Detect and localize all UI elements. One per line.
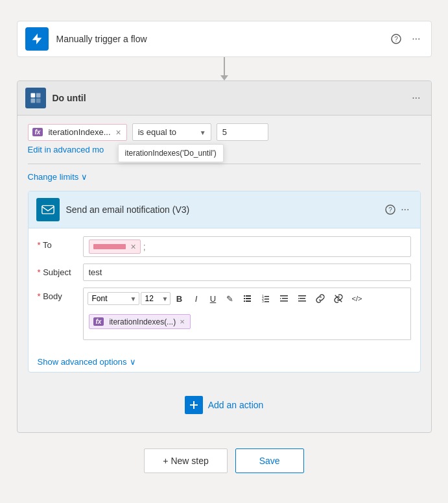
add-action-label: Add an action <box>208 400 264 410</box>
email-more-button[interactable]: ··· <box>398 201 412 218</box>
show-advanced-chevron-icon: ∨ <box>130 357 136 367</box>
condition-left-label: iterationIndexe... <box>48 127 110 137</box>
show-advanced-label: Show advanced options <box>38 357 127 367</box>
svg-rect-9 <box>244 295 245 297</box>
code-button[interactable]: </> <box>348 291 366 306</box>
change-limits-link[interactable]: Change limits ∨ <box>18 171 431 183</box>
change-limits-chevron-icon: ∨ <box>81 172 88 182</box>
to-field[interactable]: × ; <box>83 236 411 257</box>
svg-rect-26 <box>298 301 306 302</box>
size-select-wrapper: 12 8 10 14 18 24 ▼ <box>141 292 171 305</box>
svg-rect-22 <box>282 298 288 299</box>
body-editor-wrapper: Font ▼ 12 8 10 14 18 <box>83 288 411 340</box>
bullet-list-button[interactable] <box>239 291 256 306</box>
svg-rect-3 <box>36 93 40 98</box>
condition-chip[interactable]: fx iterationIndexe... × <box>28 124 127 141</box>
font-select-wrapper: Font ▼ <box>88 292 139 305</box>
svg-rect-12 <box>246 298 251 299</box>
edit-advanced-link[interactable]: Edit in advanced mo <box>18 143 431 157</box>
trigger-icon <box>25 27 49 51</box>
font-select[interactable]: Font <box>88 292 139 305</box>
trigger-actions: ? ··· <box>388 31 423 47</box>
do-until-icon <box>25 88 46 108</box>
email-action-header: Send an email notification (V3) ? ··· <box>29 191 420 228</box>
num-list-button[interactable]: 1. 2. 3. <box>257 291 274 306</box>
trigger-more-button[interactable]: ··· <box>409 31 423 47</box>
email-icon <box>36 198 60 221</box>
email-action-block: Send an email notification (V3) ? ··· * … <box>28 191 421 373</box>
font-size-select[interactable]: 12 8 10 14 18 24 <box>141 292 171 305</box>
email-form-body: * To × ; * Su <box>29 228 420 354</box>
svg-rect-6 <box>41 206 53 214</box>
do-until-more-button[interactable]: ··· <box>409 90 423 106</box>
svg-text:?: ? <box>388 206 392 214</box>
svg-rect-5 <box>36 99 40 103</box>
new-step-button[interactable]: + New step <box>144 448 227 473</box>
subject-input[interactable] <box>83 264 411 281</box>
body-chip: fx iterationIndexes(...) × <box>89 314 191 329</box>
more-dots-icon: ··· <box>412 33 420 45</box>
svg-rect-4 <box>30 99 35 103</box>
svg-rect-21 <box>280 295 288 297</box>
indent-more-button[interactable] <box>294 291 311 306</box>
save-button[interactable]: Save <box>235 448 304 473</box>
canvas: Manually trigger a flow ? ··· <box>0 10 448 503</box>
body-toolbar: Font ▼ 12 8 10 14 18 <box>83 288 411 309</box>
add-action-icon <box>185 396 203 414</box>
email-tag-bar <box>93 244 126 249</box>
to-field-row: * To × ; <box>38 236 411 257</box>
pencil-button[interactable]: ✎ <box>222 291 238 306</box>
email-tag-close[interactable]: × <box>131 241 136 252</box>
to-input-wrapper[interactable]: × ; <box>83 236 411 257</box>
add-action-row: Add an action <box>18 380 431 424</box>
link-button[interactable] <box>312 291 329 306</box>
arrow-head <box>220 75 228 80</box>
condition-chip-close[interactable]: × <box>116 127 121 138</box>
arrow-line <box>224 57 225 75</box>
do-until-title: Do until <box>53 93 410 103</box>
unlink-button[interactable] <box>330 291 347 306</box>
operator-select[interactable]: is equal to is not equal to is greater t… <box>132 123 211 141</box>
condition-value-input[interactable] <box>217 123 268 141</box>
svg-rect-13 <box>244 301 245 302</box>
svg-rect-23 <box>280 301 288 302</box>
do-until-more-icon: ··· <box>412 92 420 104</box>
italic-button[interactable]: I <box>189 291 204 306</box>
svg-rect-14 <box>246 301 251 302</box>
svg-rect-2 <box>30 93 35 98</box>
to-separator: ; <box>143 241 146 252</box>
svg-rect-24 <box>298 295 306 297</box>
svg-rect-20 <box>265 301 269 302</box>
bold-button[interactable]: B <box>172 291 187 306</box>
show-advanced-link[interactable]: Show advanced options ∨ <box>29 354 420 372</box>
bottom-bar: + New step Save <box>144 448 303 473</box>
autocomplete-tooltip: iterationIndexes('Do_until') <box>118 144 224 162</box>
to-label: * To <box>38 236 83 250</box>
add-action-button[interactable]: Add an action <box>174 391 274 419</box>
body-field-row: * Body Font ▼ 12 <box>38 288 411 340</box>
subject-label: * Subject <box>38 264 83 277</box>
svg-text:?: ? <box>394 36 398 43</box>
email-action-title: Send an email notification (V3) <box>66 204 383 215</box>
body-chip-fx-icon: fx <box>93 317 104 326</box>
svg-rect-11 <box>244 298 245 299</box>
body-chip-label: iterationIndexes(...) <box>109 317 176 326</box>
email-help-button[interactable]: ? <box>383 202 398 217</box>
underline-button[interactable]: U <box>206 291 221 306</box>
divider <box>28 164 421 164</box>
svg-rect-18 <box>265 299 269 300</box>
svg-rect-29 <box>190 404 198 406</box>
body-content[interactable]: fx iterationIndexes(...) × <box>83 309 411 340</box>
email-tag: × <box>89 239 141 254</box>
trigger-block: Manually trigger a flow ? ··· <box>17 21 432 57</box>
chip-fx-icon: fx <box>32 128 43 136</box>
body-chip-close[interactable]: × <box>180 317 185 326</box>
do-until-container: Do until ··· fx iterationIndexe... × is … <box>17 80 432 433</box>
indent-less-button[interactable] <box>276 291 292 306</box>
subject-input-wrapper <box>83 264 411 281</box>
svg-line-27 <box>335 295 342 302</box>
svg-rect-10 <box>246 295 251 297</box>
trigger-help-button[interactable]: ? <box>388 31 404 47</box>
arrow-connector <box>220 57 228 80</box>
svg-rect-25 <box>300 298 305 299</box>
